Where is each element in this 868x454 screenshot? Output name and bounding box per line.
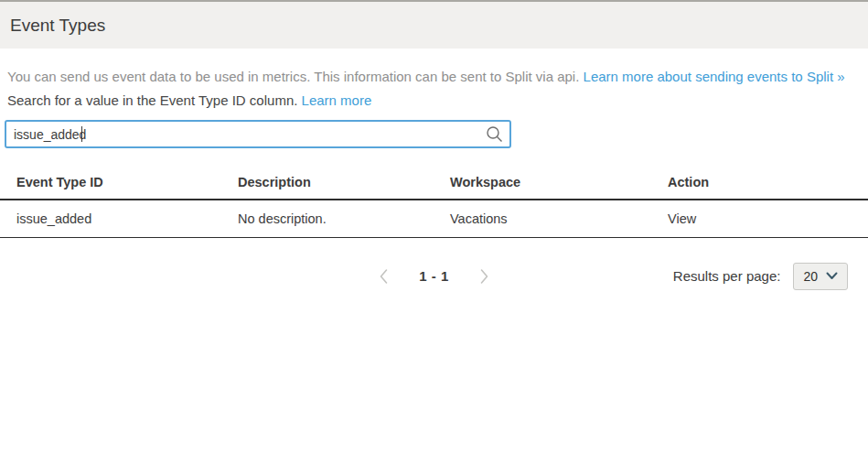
results-per-page-select[interactable]: 20: [793, 263, 848, 290]
results-per-page-label: Results per page:: [673, 268, 781, 284]
workspace-cell: Vacations: [450, 211, 668, 226]
description-cell: No description.: [238, 211, 450, 226]
table-row: issue_added No description. Vacations Vi…: [0, 200, 868, 238]
chevron-left-icon: [379, 268, 389, 285]
column-header-description: Description: [238, 175, 450, 189]
text-cursor: [81, 126, 82, 142]
action-cell: View: [668, 211, 868, 226]
intro-text-body: You can send us event data to be used in…: [7, 69, 579, 84]
column-header-action: Action: [668, 175, 868, 189]
pagination-next-button[interactable]: [479, 268, 489, 285]
table-header-row: Event Type ID Description Workspace Acti…: [0, 166, 868, 200]
learn-more-link[interactable]: Learn more: [302, 92, 372, 108]
chevron-right-icon: [479, 268, 489, 285]
search-hint-body: Search for a value in the Event Type ID …: [7, 92, 297, 108]
search-icon[interactable]: [486, 125, 503, 143]
event-type-id-cell: issue_added: [0, 211, 238, 226]
event-types-table: Event Type ID Description Workspace Acti…: [0, 166, 868, 238]
pagination-bar: 1 - 1 Results per page: 20: [0, 262, 868, 290]
pagination-prev-button[interactable]: [379, 268, 389, 285]
column-header-event-type-id: Event Type ID: [0, 175, 238, 189]
view-link[interactable]: View: [668, 211, 696, 226]
column-header-workspace: Workspace: [450, 175, 668, 189]
page-title: Event Types: [10, 16, 105, 36]
pagination-range: 1 - 1: [419, 268, 449, 284]
results-per-page-value: 20: [803, 269, 818, 284]
search-hint: Search for a value in the Event Type ID …: [7, 92, 861, 108]
search-field: [5, 120, 511, 148]
page-header: Event Types: [0, 0, 868, 49]
learn-more-sending-events-link[interactable]: Learn more about sending events to Split…: [584, 69, 845, 84]
intro-text: You can send us event data to be used in…: [7, 69, 861, 84]
results-per-page: Results per page: 20: [673, 262, 848, 290]
chevron-down-icon: [826, 272, 838, 280]
